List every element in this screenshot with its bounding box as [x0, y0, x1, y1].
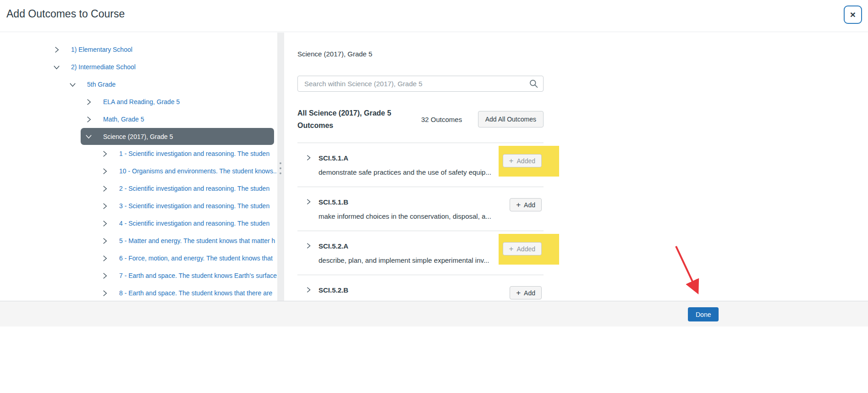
outcome-description: demonstrate safe practices and the use o…: [319, 167, 491, 177]
outcome-code: SCI.5.2.B: [319, 285, 348, 295]
tree-item[interactable]: 2 - Scientific investigation and reasoni…: [100, 180, 277, 197]
chevron-right-icon[interactable]: [84, 115, 93, 124]
summary-row: All Science (2017), Grade 5 Outcomes 32 …: [297, 107, 544, 132]
tree-item[interactable]: ELA and Reading, Grade 5: [84, 93, 277, 111]
search-icon: [529, 79, 538, 88]
tree-item-label: 6 - Force, motion, and energy. The stude…: [119, 255, 273, 262]
tree-item-label: 10 - Organisms and environments. The stu…: [119, 167, 277, 175]
plus-icon: +: [509, 245, 514, 253]
chevron-right-icon[interactable]: [100, 219, 109, 228]
chevron-right-icon[interactable]: [100, 201, 109, 210]
chevron-right-icon[interactable]: [305, 242, 313, 250]
chevron-down-icon[interactable]: [84, 132, 93, 141]
tree-item[interactable]: 1) Elementary School: [52, 41, 277, 58]
tree-item[interactable]: 1 - Scientific investigation and reasoni…: [100, 145, 277, 162]
tree-item[interactable]: 8 - Earth and space. The student knows t…: [100, 284, 277, 301]
chevron-right-icon[interactable]: [305, 286, 313, 294]
plus-icon: +: [509, 157, 514, 165]
plus-icon: +: [516, 289, 521, 297]
outcome-code: SCI.5.2.A: [319, 241, 489, 251]
chevron-right-icon[interactable]: [100, 288, 109, 298]
close-icon: ×: [850, 9, 856, 20]
outcome-count: 32 Outcomes: [421, 116, 462, 123]
add-button-label: Add: [524, 289, 535, 297]
chevron-right-icon[interactable]: [84, 97, 93, 106]
outcome-row: SCI.5.1.B make informed choices in the c…: [297, 187, 544, 231]
add-outcome-button[interactable]: + Added: [503, 154, 542, 167]
outcome-row: SCI.5.2.B + Add: [297, 275, 544, 301]
tree-item-label: 2 - Scientific investigation and reasoni…: [119, 185, 269, 192]
add-outcome-button[interactable]: + Add: [510, 198, 542, 211]
tree-item-label: 7 - Earth and space. The student knows E…: [119, 272, 277, 279]
chevron-right-icon[interactable]: [305, 198, 313, 206]
summary-heading: All Science (2017), Grade 5 Outcomes: [297, 107, 395, 132]
panel-splitter[interactable]: [277, 33, 284, 301]
tree-item-label: 1 - Scientific investigation and reasoni…: [119, 150, 269, 157]
chevron-right-icon[interactable]: [100, 166, 109, 176]
modal-body: 1) Elementary School 2) Intermediate Sch…: [0, 33, 868, 301]
tree-item[interactable]: Science (2017), Grade 5: [81, 128, 274, 145]
tree-item-label: Math, Grade 5: [103, 116, 144, 123]
chevron-right-icon[interactable]: [100, 271, 109, 280]
add-outcome-button[interactable]: + Add: [510, 286, 542, 299]
tree-item-label: 1) Elementary School: [71, 46, 132, 53]
add-all-outcomes-button[interactable]: Add All Outcomes: [478, 111, 544, 127]
add-button-label: Added: [517, 157, 535, 165]
chevron-right-icon[interactable]: [100, 184, 109, 193]
modal-header: Add Outcomes to Course ×: [0, 0, 868, 32]
outcome-code: SCI.5.1.A: [319, 153, 491, 163]
tree-item[interactable]: Math, Grade 5: [84, 111, 277, 128]
tree-item[interactable]: 3 - Scientific investigation and reasoni…: [100, 197, 277, 215]
chevron-right-icon[interactable]: [305, 154, 313, 162]
add-button-label: Added: [517, 245, 535, 253]
tree-item-label: 3 - Scientific investigation and reasoni…: [119, 202, 269, 210]
outcome-panel: Science (2017), Grade 5 All Science (201…: [284, 33, 868, 301]
add-outcome-button[interactable]: + Added: [503, 242, 542, 255]
chevron-right-icon[interactable]: [100, 236, 109, 245]
outcome-row: SCI.5.2.A describe, plan, and implement …: [297, 231, 544, 275]
tree-item-label: 2) Intermediate School: [71, 63, 136, 71]
tree-item[interactable]: 6 - Force, motion, and energy. The stude…: [100, 249, 277, 267]
tree-item[interactable]: 2) Intermediate School: [52, 58, 277, 76]
tree-item[interactable]: 10 - Organisms and environments. The stu…: [100, 162, 277, 180]
tree-item[interactable]: 5th Grade: [68, 76, 277, 93]
tree-item-label: ELA and Reading, Grade 5: [103, 98, 180, 105]
outcome-row: SCI.5.1.A demonstrate safe practices and…: [297, 143, 544, 187]
outcome-tree: 1) Elementary School 2) Intermediate Sch…: [0, 33, 277, 301]
outcome-description: make informed choices in the conservatio…: [319, 211, 491, 221]
tree-item-label: 4 - Scientific investigation and reasoni…: [119, 220, 269, 227]
add-outcomes-modal: Add Outcomes to Course × 1) Elementary S…: [0, 0, 868, 393]
outcome-description: describe, plan, and implement simple exp…: [319, 255, 489, 266]
done-button[interactable]: Done: [688, 307, 719, 321]
search-input[interactable]: [297, 76, 544, 92]
tree-item[interactable]: 5 - Matter and energy. The student knows…: [100, 232, 277, 249]
tree-item-label: 8 - Earth and space. The student knows t…: [119, 289, 272, 297]
outcome-code: SCI.5.1.B: [319, 197, 491, 207]
tree-item-label: Science (2017), Grade 5: [103, 133, 173, 140]
tree-item[interactable]: 4 - Scientific investigation and reasoni…: [100, 215, 277, 232]
chevron-right-icon[interactable]: [100, 149, 109, 158]
chevron-right-icon[interactable]: [52, 45, 61, 54]
tree-item[interactable]: 7 - Earth and space. The student knows E…: [100, 267, 277, 284]
outcome-list: SCI.5.1.A demonstrate safe practices and…: [297, 143, 544, 301]
chevron-right-icon[interactable]: [100, 254, 109, 263]
add-button-label: Add: [524, 201, 535, 209]
tree-item-label: 5th Grade: [87, 81, 115, 88]
chevron-down-icon[interactable]: [52, 62, 61, 72]
modal-footer: Done: [0, 301, 868, 327]
group-title: Science (2017), Grade 5: [297, 50, 544, 59]
plus-icon: +: [516, 201, 521, 209]
close-button[interactable]: ×: [844, 6, 862, 24]
chevron-down-icon[interactable]: [68, 80, 77, 89]
search-field: [297, 76, 544, 92]
tree-item-label: 5 - Matter and energy. The student knows…: [119, 237, 275, 244]
modal-title: Add Outcomes to Course: [6, 8, 125, 20]
drag-handle-icon: [280, 162, 281, 174]
